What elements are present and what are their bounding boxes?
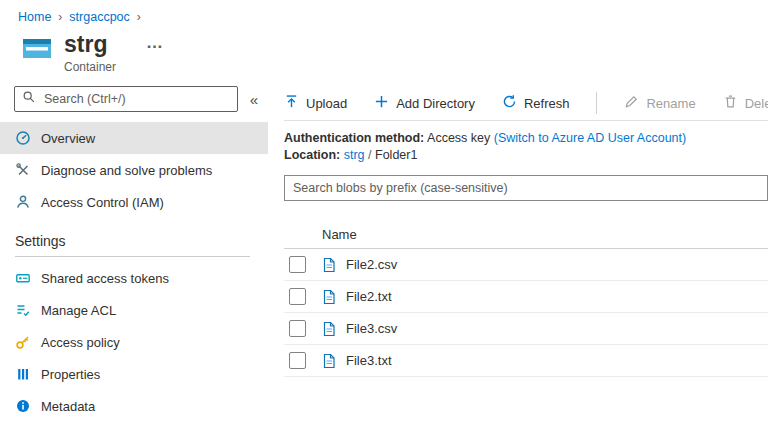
upload-button[interactable]: Upload [284, 94, 347, 112]
location-label: Location: [284, 148, 340, 162]
breadcrumb-separator-icon: › [58, 10, 62, 24]
sidebar-item-diagnose[interactable]: Diagnose and solve problems [0, 154, 268, 186]
sidebar-item-label: Overview [41, 131, 95, 146]
sidebar-item-access-control[interactable]: Access Control (IAM) [0, 186, 268, 218]
blob-name: File3.txt [346, 353, 392, 368]
blob-row[interactable]: File3.csv [284, 313, 768, 345]
toolbar-separator [596, 92, 597, 114]
breadcrumb-separator-icon: › [137, 10, 141, 24]
location-folder: Folder1 [375, 148, 417, 162]
command-bar: Upload Add Directory [268, 86, 768, 120]
column-header-name[interactable]: Name [322, 227, 357, 242]
row-checkbox[interactable] [289, 352, 306, 369]
blob-row[interactable]: File3.txt [284, 345, 768, 377]
add-directory-label: Add Directory [396, 96, 475, 111]
sidebar-item-shared-access-tokens[interactable]: Shared access tokens [0, 262, 268, 294]
overview-icon [15, 130, 31, 146]
sidebar-item-manage-acl[interactable]: Manage ACL [0, 294, 268, 326]
sidebar: « Overview [0, 86, 268, 422]
properties-bars-icon [15, 366, 31, 382]
breadcrumb-home-link[interactable]: Home [18, 10, 51, 24]
essentials: Authentication method: Access key (Switc… [268, 121, 768, 164]
acl-list-icon [15, 302, 31, 318]
sidebar-item-label: Shared access tokens [41, 271, 169, 286]
sidebar-item-label: Metadata [41, 399, 95, 414]
more-menu-icon[interactable]: … [146, 33, 165, 53]
refresh-button[interactable]: Refresh [502, 94, 570, 112]
azure-container-blade: Home › strgaccpoc › strg Container … [0, 0, 768, 434]
sidebar-search-input[interactable] [42, 91, 230, 107]
blob-row[interactable]: File2.csv [284, 249, 768, 281]
sidebar-search [14, 86, 238, 112]
container-icon [20, 31, 54, 69]
location-container-link[interactable]: strg [344, 148, 365, 162]
trash-icon [723, 94, 738, 112]
collapse-sidebar-icon[interactable]: « [246, 91, 262, 108]
blob-prefix-search-input[interactable] [284, 175, 768, 201]
breadcrumb-account-link[interactable]: strgaccpoc [69, 10, 129, 24]
sidebar-item-metadata[interactable]: Metadata [0, 390, 268, 422]
breadcrumb: Home › strgaccpoc › [0, 0, 768, 24]
file-icon [321, 289, 337, 305]
sidebar-item-properties[interactable]: Properties [0, 358, 268, 390]
location-separator: / [368, 148, 371, 162]
refresh-icon [502, 94, 517, 112]
page-title: strg [64, 31, 116, 57]
file-icon [321, 321, 337, 337]
location-line: Location: strg / Folder1 [284, 147, 768, 164]
delete-button: Delete [723, 94, 768, 112]
info-icon [15, 398, 31, 414]
sidebar-item-overview[interactable]: Overview [0, 122, 268, 154]
row-checkbox[interactable] [289, 288, 306, 305]
file-icon [321, 257, 337, 273]
sidebar-settings-header: Settings [15, 233, 250, 257]
sidebar-item-label: Access Control (IAM) [41, 195, 164, 210]
add-directory-button[interactable]: Add Directory [374, 94, 475, 112]
blob-name: File2.csv [346, 257, 397, 272]
blob-name: File2.txt [346, 289, 392, 304]
sidebar-item-label: Manage ACL [41, 303, 116, 318]
sidebar-item-label: Access policy [41, 335, 120, 350]
page-subtitle: Container [64, 60, 116, 74]
sidebar-item-label: Properties [41, 367, 100, 382]
blob-list: Name File2.csv [284, 220, 768, 377]
page-header: strg Container … [0, 24, 768, 74]
sidebar-item-label: Diagnose and solve problems [41, 163, 212, 178]
upload-label: Upload [306, 96, 347, 111]
blob-name: File3.csv [346, 321, 397, 336]
rename-button: Rename [624, 94, 695, 112]
refresh-label: Refresh [524, 96, 570, 111]
upload-icon [284, 94, 299, 112]
sidebar-item-access-policy[interactable]: Access policy [0, 326, 268, 358]
row-checkbox[interactable] [289, 256, 306, 273]
auth-method-value: Access key [427, 131, 490, 145]
file-icon [321, 353, 337, 369]
blob-list-header: Name [284, 220, 768, 249]
auth-method-label: Authentication method: [284, 131, 424, 145]
person-icon [15, 194, 31, 210]
rename-label: Rename [646, 96, 695, 111]
search-icon [22, 90, 36, 108]
switch-auth-link[interactable]: (Switch to Azure AD User Account) [494, 131, 686, 145]
rename-icon [624, 94, 639, 112]
delete-label: Delete [745, 96, 768, 111]
token-icon [15, 270, 31, 286]
key-icon [15, 334, 31, 350]
plus-icon [374, 94, 389, 112]
row-checkbox[interactable] [289, 320, 306, 337]
main-content: Upload Add Directory [268, 86, 768, 377]
wrench-icon [15, 162, 31, 178]
blob-row[interactable]: File2.txt [284, 281, 768, 313]
auth-method-line: Authentication method: Access key (Switc… [284, 130, 768, 147]
